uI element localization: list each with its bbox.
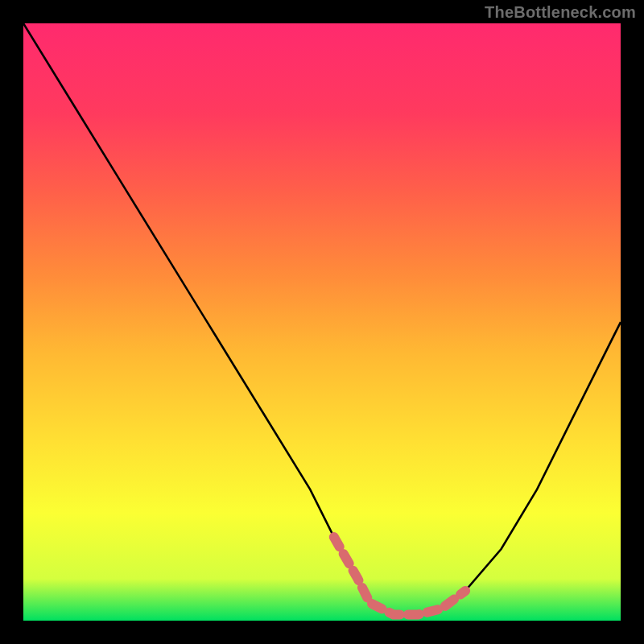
- bottleneck-curve-path: [23, 23, 621, 615]
- attribution-label: TheBottleneck.com: [485, 3, 636, 22]
- chart-frame: TheBottleneck.com: [0, 0, 644, 644]
- chart-svg: [23, 23, 621, 621]
- bottleneck-minimum-highlight: [334, 537, 465, 615]
- chart-plot-area: [23, 23, 621, 621]
